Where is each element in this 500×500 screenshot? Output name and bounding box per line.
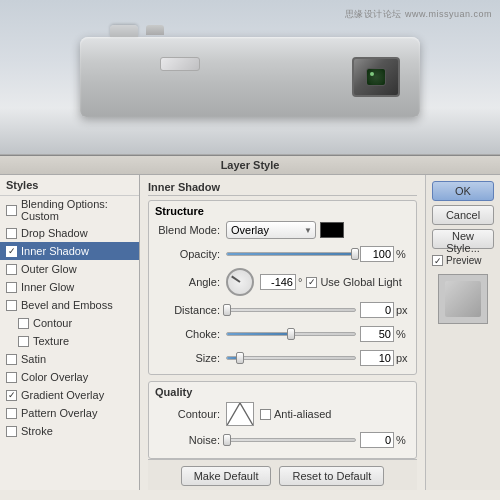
checkbox-inner-glow[interactable]: [6, 282, 17, 293]
distance-slider-track[interactable]: [226, 308, 356, 312]
sidebar-item-drop-shadow[interactable]: Drop Shadow: [0, 224, 139, 242]
distance-slider-container: [226, 308, 356, 312]
opacity-row: Opacity: %: [155, 244, 410, 264]
checkbox-contour[interactable]: [18, 318, 29, 329]
checkbox-outer-glow[interactable]: [6, 264, 17, 275]
bottom-buttons: Make Default Reset to Default: [148, 459, 417, 490]
preview-checkbox[interactable]: ✓: [432, 255, 443, 266]
dialog-body: Styles Blending Options: CustomDrop Shad…: [0, 175, 500, 490]
use-global-light-checkbox[interactable]: ✓: [306, 277, 317, 288]
opacity-slider-fill: [227, 253, 355, 255]
sidebar-item-satin[interactable]: Satin: [0, 350, 139, 368]
blend-mode-color-swatch[interactable]: [320, 222, 344, 238]
checkbox-blending-options[interactable]: [6, 205, 17, 216]
choke-input[interactable]: [360, 326, 394, 342]
sidebar-item-inner-shadow[interactable]: Inner Shadow: [0, 242, 139, 260]
styles-panel-title: Styles: [0, 175, 139, 196]
label-drop-shadow: Drop Shadow: [21, 227, 88, 239]
noise-slider-container: [226, 438, 356, 442]
label-contour: Contour: [33, 317, 72, 329]
right-action-panel: OK Cancel New Style... ✓ Preview: [425, 175, 500, 490]
angle-unit: °: [298, 276, 302, 288]
checkbox-drop-shadow[interactable]: [6, 228, 17, 239]
blend-mode-dropdown[interactable]: Overlay ▼: [226, 221, 316, 239]
distance-row: Distance: px: [155, 300, 410, 320]
checkbox-gradient-overlay[interactable]: [6, 390, 17, 401]
distance-input[interactable]: [360, 302, 394, 318]
distance-unit: px: [396, 304, 410, 316]
sidebar-item-blending-options[interactable]: Blending Options: Custom: [0, 196, 139, 224]
blend-mode-row: Blend Mode: Overlay ▼: [155, 220, 410, 240]
inner-shadow-section-title: Inner Shadow: [148, 181, 417, 196]
checkbox-stroke[interactable]: [6, 426, 17, 437]
new-style-button[interactable]: New Style...: [432, 229, 494, 249]
anti-aliased-text: Anti-aliased: [274, 408, 331, 420]
preview-row: ✓ Preview: [432, 255, 494, 266]
size-slider-thumb[interactable]: [236, 352, 244, 364]
label-inner-glow: Inner Glow: [21, 281, 74, 293]
sidebar-item-color-overlay[interactable]: Color Overlay: [0, 368, 139, 386]
noise-unit: %: [396, 434, 410, 446]
noise-slider-thumb[interactable]: [223, 434, 231, 446]
angle-input[interactable]: [260, 274, 296, 290]
noise-label: Noise:: [155, 434, 220, 446]
contour-row: Contour: Anti-aliased: [155, 402, 410, 426]
sidebar-item-stroke[interactable]: Stroke: [0, 422, 139, 440]
quality-title: Quality: [155, 386, 410, 398]
opacity-slider-container: [226, 252, 356, 256]
angle-dial[interactable]: [226, 268, 254, 296]
distance-slider-thumb[interactable]: [223, 304, 231, 316]
opacity-input[interactable]: [360, 246, 394, 262]
choke-unit: %: [396, 328, 410, 340]
choke-slider-fill: [227, 333, 291, 335]
size-slider-track[interactable]: [226, 356, 356, 360]
preview-box: [438, 274, 488, 324]
label-inner-shadow: Inner Shadow: [21, 245, 89, 257]
checkbox-color-overlay[interactable]: [6, 372, 17, 383]
choke-row: Choke: %: [155, 324, 410, 344]
sidebar-item-inner-glow[interactable]: Inner Glow: [0, 278, 139, 296]
blend-mode-value: Overlay: [231, 224, 269, 236]
checkbox-pattern-overlay[interactable]: [6, 408, 17, 419]
ok-button[interactable]: OK: [432, 181, 494, 201]
use-global-light-text: Use Global Light: [320, 276, 401, 288]
anti-aliased-checkbox[interactable]: [260, 409, 271, 420]
blend-mode-dropdown-arrow: ▼: [304, 226, 312, 235]
choke-slider-thumb[interactable]: [287, 328, 295, 340]
label-pattern-overlay: Pattern Overlay: [21, 407, 97, 419]
contour-label: Contour:: [155, 408, 220, 420]
noise-row: Noise: %: [155, 430, 410, 450]
size-input[interactable]: [360, 350, 394, 366]
dialog-title: Layer Style: [0, 156, 500, 175]
camera-body: [80, 37, 420, 117]
sidebar-item-bevel-emboss[interactable]: Bevel and Emboss: [0, 296, 139, 314]
choke-slider-container: [226, 332, 356, 336]
choke-slider-track[interactable]: [226, 332, 356, 336]
opacity-slider-track[interactable]: [226, 252, 356, 256]
checkbox-inner-shadow[interactable]: [6, 246, 17, 257]
label-satin: Satin: [21, 353, 46, 365]
sidebar-item-contour[interactable]: Contour: [0, 314, 139, 332]
make-default-button[interactable]: Make Default: [181, 466, 272, 486]
contour-preview[interactable]: [226, 402, 254, 426]
label-outer-glow: Outer Glow: [21, 263, 77, 275]
reset-to-default-button[interactable]: Reset to Default: [279, 466, 384, 486]
label-color-overlay: Color Overlay: [21, 371, 88, 383]
sidebar-item-gradient-overlay[interactable]: Gradient Overlay: [0, 386, 139, 404]
label-texture: Texture: [33, 335, 69, 347]
noise-slider-track[interactable]: [226, 438, 356, 442]
checkbox-texture[interactable]: [18, 336, 29, 347]
sidebar-item-pattern-overlay[interactable]: Pattern Overlay: [0, 404, 139, 422]
quality-section: Quality Contour: Anti-aliased Noise:: [148, 381, 417, 459]
anti-aliased-label[interactable]: Anti-aliased: [260, 408, 331, 420]
distance-label: Distance:: [155, 304, 220, 316]
sidebar-item-texture[interactable]: Texture: [0, 332, 139, 350]
checkbox-satin[interactable]: [6, 354, 17, 365]
checkbox-bevel-emboss[interactable]: [6, 300, 17, 311]
cancel-button[interactable]: Cancel: [432, 205, 494, 225]
sidebar-item-outer-glow[interactable]: Outer Glow: [0, 260, 139, 278]
use-global-light-label[interactable]: ✓ Use Global Light: [306, 276, 401, 288]
opacity-slider-thumb[interactable]: [351, 248, 359, 260]
camera-viewfinder: [352, 57, 400, 97]
noise-input[interactable]: [360, 432, 394, 448]
